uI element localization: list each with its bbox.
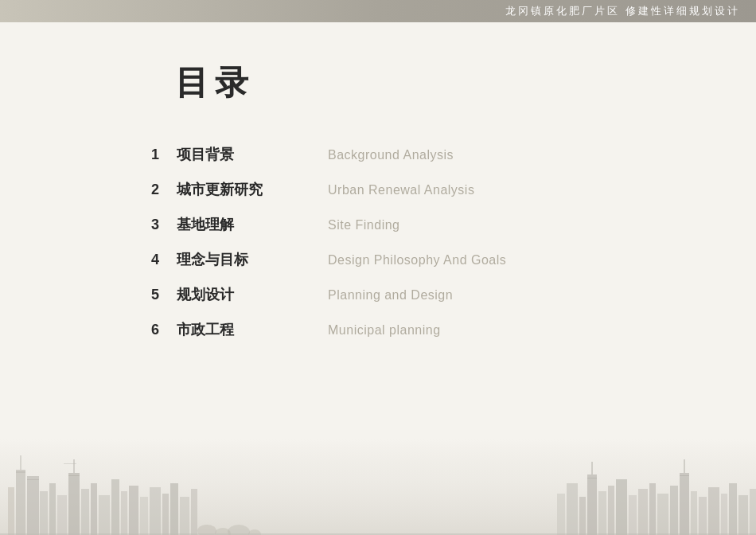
svg-rect-9 [57,495,67,535]
svg-rect-30 [587,474,597,478]
svg-rect-14 [81,489,89,535]
svg-rect-40 [680,475,689,535]
toc-chinese-label: 城市更新研究 [177,180,280,199]
toc-item: 3基地理解Site Finding [151,215,629,234]
svg-rect-29 [587,478,597,535]
svg-rect-41 [680,473,689,476]
svg-rect-36 [638,489,648,535]
svg-rect-16 [99,495,110,535]
svg-rect-2 [16,471,25,535]
svg-rect-28 [579,497,586,535]
header-bar: 龙冈镇原化肥厂片区 修建性详细规划设计 [0,0,756,22]
svg-rect-24 [180,497,189,535]
toc-number: 6 [151,322,170,338]
svg-rect-32 [598,491,606,535]
toc-number: 5 [151,287,170,303]
svg-rect-15 [91,483,97,535]
toc-number: 1 [151,146,170,163]
toc-item: 2城市更新研究Urban Renewal Analysis [151,180,629,199]
svg-rect-11 [68,473,80,476]
svg-rect-26 [557,494,565,535]
svg-rect-19 [129,486,138,535]
svg-rect-22 [162,494,169,535]
svg-rect-42 [684,459,685,473]
svg-rect-31 [591,462,593,474]
svg-rect-37 [649,483,656,535]
svg-rect-3 [16,470,25,473]
toc-english-label: Background Analysis [328,148,454,162]
svg-rect-21 [150,487,161,535]
svg-rect-17 [111,479,119,535]
svg-rect-12 [73,459,75,473]
svg-rect-25 [191,489,197,535]
toc-number: 2 [151,182,170,198]
svg-rect-18 [121,491,127,535]
toc-item: 4理念与目标Design Philosophy And Goals [151,250,629,269]
svg-rect-33 [608,486,614,535]
svg-rect-45 [708,487,719,535]
page-title: 目录 [175,61,255,105]
toc-chinese-label: 基地理解 [177,215,280,234]
toc-container: 1项目背景Background Analysis2城市更新研究Urban Ren… [151,145,629,355]
toc-item: 1项目背景Background Analysis [151,145,629,164]
svg-rect-47 [729,483,737,535]
svg-rect-34 [616,479,627,535]
svg-rect-1 [8,487,14,535]
svg-rect-10 [68,475,80,535]
skyline [0,439,756,535]
svg-rect-13 [64,463,76,464]
toc-english-label: Design Philosophy And Goals [328,253,506,268]
toc-english-label: Site Finding [328,218,400,232]
svg-rect-43 [691,491,697,535]
toc-item: 5规划设计Planning and Design [151,285,629,304]
svg-rect-23 [170,483,178,535]
svg-rect-7 [40,491,48,535]
toc-number: 4 [151,252,170,268]
svg-rect-38 [657,494,668,535]
svg-rect-8 [49,483,56,535]
svg-rect-20 [140,497,148,535]
toc-chinese-label: 规划设计 [177,285,280,304]
toc-english-label: Municipal planning [328,323,441,338]
svg-rect-6 [27,476,39,480]
toc-chinese-label: 市政工程 [177,320,280,339]
svg-rect-49 [750,489,756,535]
toc-chinese-label: 理念与目标 [177,250,280,269]
svg-rect-5 [27,479,39,535]
svg-rect-27 [567,483,578,535]
svg-rect-35 [629,495,637,535]
header-title: 龙冈镇原化肥厂片区 修建性详细规划设计 [505,4,740,18]
svg-rect-39 [670,486,678,535]
toc-english-label: Urban Renewal Analysis [328,183,474,197]
svg-rect-4 [20,455,21,470]
svg-rect-46 [721,494,727,535]
svg-rect-44 [699,497,707,535]
toc-chinese-label: 项目背景 [177,145,280,164]
svg-rect-48 [738,495,748,535]
toc-item: 6市政工程Municipal planning [151,320,629,339]
toc-english-label: Planning and Design [328,288,453,303]
toc-number: 3 [151,217,170,233]
